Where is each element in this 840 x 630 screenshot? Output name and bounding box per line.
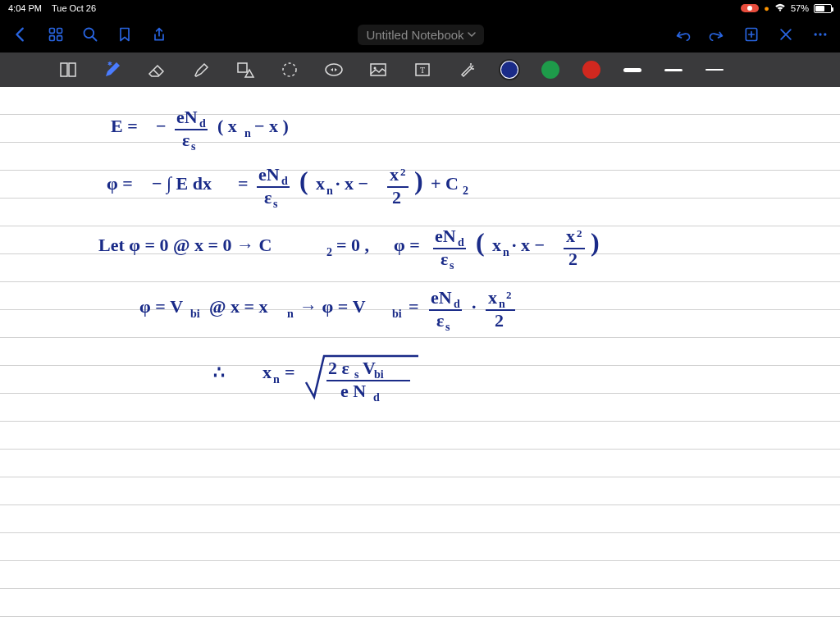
status-left: 4:04 PM Tue Oct 26 <box>8 3 96 13</box>
add-page-button[interactable] <box>743 26 760 43</box>
svg-rect-9 <box>61 63 67 76</box>
grid-icon[interactable] <box>48 26 64 43</box>
svg-text:bi: bi <box>374 368 384 381</box>
svg-text:2: 2 <box>326 246 332 258</box>
svg-point-14 <box>283 63 296 76</box>
chevron-down-icon <box>468 30 476 39</box>
battery-percentage: 57% <box>791 3 809 13</box>
page-template-icon[interactable] <box>57 59 79 80</box>
svg-rect-1 <box>57 29 62 34</box>
undo-button[interactable] <box>674 26 691 43</box>
svg-text:→   φ = V: → φ = V <box>299 296 366 317</box>
redo-button[interactable] <box>709 26 725 43</box>
svg-text:eN: eN <box>431 287 452 308</box>
svg-text:bi: bi <box>392 308 402 320</box>
close-button[interactable] <box>778 26 794 43</box>
svg-text:−: − <box>156 116 167 136</box>
svg-text:x: x <box>390 164 399 185</box>
back-button[interactable] <box>11 25 30 43</box>
text-tool-icon[interactable]: T <box>412 59 433 80</box>
svg-text:n: n <box>326 185 333 197</box>
svg-text:s: s <box>450 259 454 272</box>
color-swatch-navy[interactable] <box>500 61 518 79</box>
svg-text:ε: ε <box>264 187 272 208</box>
svg-text:n: n <box>499 298 505 310</box>
recording-indicator[interactable] <box>741 4 759 12</box>
color-swatch-green[interactable] <box>541 61 559 79</box>
svg-text:eN: eN <box>435 226 456 246</box>
svg-text:d: d <box>199 117 206 130</box>
svg-text:− ∫ E dx: − ∫ E dx <box>152 173 212 194</box>
lasso-tool-icon[interactable] <box>279 59 300 80</box>
note-canvas[interactable]: E = − eNd εs ( xn− x ) φ = − ∫ E dx = eN… <box>0 87 840 630</box>
svg-text:2: 2 <box>392 187 401 208</box>
svg-text:+ C: + C <box>431 173 459 194</box>
stroke-width-medium[interactable] <box>664 69 682 71</box>
share-icon[interactable] <box>151 26 167 43</box>
status-bar: 4:04 PM Tue Oct 26 ● 57% <box>0 0 840 16</box>
svg-text:2: 2 <box>463 185 468 197</box>
svg-text:− x ): − x ) <box>254 116 289 136</box>
svg-text:E =: E = <box>111 116 138 136</box>
svg-text:2: 2 <box>506 289 512 301</box>
svg-text:d: d <box>458 236 464 249</box>
image-tool-icon[interactable] <box>368 59 389 80</box>
svg-text:s: s <box>445 321 450 333</box>
eraser-tool-icon[interactable] <box>146 59 167 80</box>
svg-text:∴: ∴ <box>213 362 225 382</box>
svg-text:n: n <box>273 373 280 386</box>
status-time: 4:04 PM <box>8 3 42 13</box>
svg-text:T: T <box>420 66 425 75</box>
laser-tool-icon[interactable] <box>456 59 477 80</box>
svg-text:): ) <box>414 166 423 195</box>
svg-text:eN: eN <box>176 107 198 127</box>
svg-text:s: s <box>354 368 359 381</box>
svg-text:ε: ε <box>441 249 448 269</box>
svg-text:s: s <box>273 198 278 210</box>
svg-text:· x −: · x − <box>512 235 545 255</box>
stroke-width-thin[interactable] <box>705 69 724 71</box>
document-title-button[interactable]: Untitled Notebook <box>358 25 483 45</box>
svg-text:x: x <box>488 287 497 308</box>
svg-text:=: = <box>285 362 295 382</box>
svg-text:ε: ε <box>182 130 189 150</box>
svg-text:2: 2 <box>400 166 406 178</box>
color-swatch-red[interactable] <box>582 61 600 79</box>
search-icon[interactable] <box>82 26 98 43</box>
svg-text:e N: e N <box>340 381 366 401</box>
stroke-width-thick[interactable] <box>623 68 641 72</box>
svg-text:φ = V: φ = V <box>139 296 183 317</box>
navigation-bar: Untitled Notebook <box>0 16 840 52</box>
svg-text:φ =: φ = <box>394 235 420 255</box>
svg-text:· x −: · x − <box>336 173 368 194</box>
shape-tool-icon[interactable] <box>235 59 256 80</box>
svg-point-15 <box>326 64 342 75</box>
svg-point-6 <box>815 33 817 35</box>
pen-tool-icon[interactable]: ✱ <box>102 59 123 80</box>
more-icon[interactable] <box>812 26 829 43</box>
sticker-tool-icon[interactable] <box>323 59 345 80</box>
svg-text:): ) <box>591 227 600 257</box>
svg-text:n: n <box>503 246 509 258</box>
svg-text:d: d <box>373 391 380 404</box>
wifi-icon <box>774 3 786 13</box>
svg-text:·: · <box>472 296 477 317</box>
svg-text:Let  φ = 0  @ x = 0  →   C: Let φ = 0 @ x = 0 → C <box>98 235 272 255</box>
svg-text:@  x = x: @ x = x <box>209 296 268 317</box>
svg-text:d: d <box>281 175 288 187</box>
svg-text:(: ( <box>476 227 485 257</box>
svg-text:n: n <box>244 127 251 139</box>
svg-point-7 <box>819 33 821 35</box>
highlighter-tool-icon[interactable] <box>190 59 212 80</box>
wifi-warning-dot: ● <box>764 3 769 13</box>
svg-text:eN: eN <box>258 164 280 185</box>
svg-text:x: x <box>316 173 325 194</box>
drawing-toolbar: ✱ T <box>0 52 840 87</box>
svg-text:x: x <box>492 235 501 255</box>
svg-text:x: x <box>566 226 575 246</box>
battery-icon <box>814 4 832 13</box>
bookmark-icon[interactable] <box>116 26 133 43</box>
handwritten-content: E = − eNd εs ( xn− x ) φ = − ∫ E dx = eN… <box>0 87 840 630</box>
svg-rect-12 <box>238 63 247 72</box>
status-right: ● 57% <box>741 3 832 13</box>
